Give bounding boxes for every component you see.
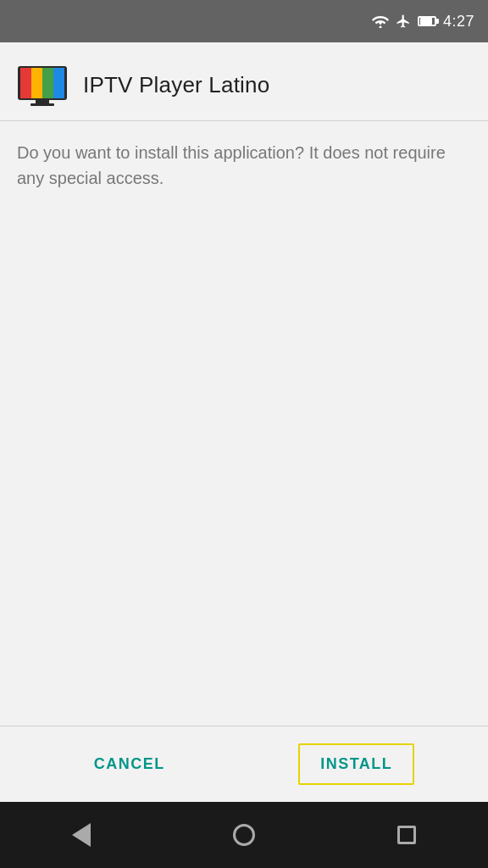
svg-rect-7 [36,100,49,103]
app-title: IPTV Player Latino [83,72,269,98]
install-description: Do you want to install this application?… [17,140,471,191]
app-header: IPTV Player Latino [0,42,488,120]
home-button[interactable] [219,810,269,860]
svg-rect-3 [20,68,31,98]
svg-rect-4 [31,68,42,98]
wifi-icon [372,14,389,28]
nav-bar [0,802,488,868]
home-icon [233,824,255,846]
battery-icon [418,16,436,26]
status-icons: 4:27 [372,13,474,31]
svg-point-0 [379,26,381,29]
airplane-icon [396,14,411,29]
svg-rect-6 [53,68,64,98]
action-bar: CANCEL INSTALL [0,726,488,802]
status-bar: 4:27 [0,0,488,42]
install-button[interactable]: INSTALL [298,743,414,785]
recent-button[interactable] [381,810,432,860]
main-content: Do you want to install this application?… [0,121,488,726]
recent-icon [397,826,416,844]
back-button[interactable] [56,810,107,860]
svg-rect-8 [30,103,54,106]
app-icon [17,63,68,107]
status-time: 4:27 [443,13,474,31]
cancel-button[interactable]: CANCEL [74,742,186,787]
svg-rect-5 [42,68,53,98]
back-icon [72,823,91,847]
